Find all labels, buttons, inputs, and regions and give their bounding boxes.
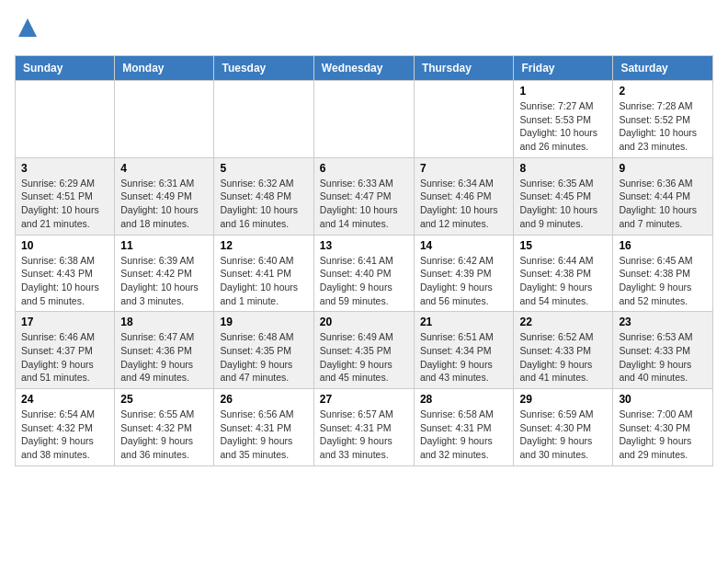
day-number: 22 [519, 316, 607, 328]
calendar-cell: 9Sunrise: 6:36 AM Sunset: 4:44 PM Daylig… [613, 157, 713, 235]
calendar-cell: 2Sunrise: 7:28 AM Sunset: 5:52 PM Daylig… [613, 81, 713, 158]
calendar-cell: 13Sunrise: 6:41 AM Sunset: 4:40 PM Dayli… [313, 235, 414, 312]
day-number: 25 [120, 393, 208, 406]
calendar-cell [414, 81, 514, 158]
column-header-monday: Monday [115, 56, 214, 81]
day-info: Sunrise: 7:00 AM Sunset: 4:30 PM Dayligh… [619, 408, 707, 462]
day-number: 5 [220, 162, 307, 175]
calendar-cell: 5Sunrise: 6:32 AM Sunset: 4:48 PM Daylig… [214, 157, 313, 235]
day-info: Sunrise: 6:53 AM Sunset: 4:33 PM Dayligh… [619, 330, 707, 385]
day-number: 8 [519, 162, 607, 175]
calendar-cell: 29Sunrise: 6:59 AM Sunset: 4:30 PM Dayli… [514, 389, 613, 466]
calendar-cell: 27Sunrise: 6:57 AM Sunset: 4:31 PM Dayli… [313, 389, 414, 466]
day-info: Sunrise: 6:34 AM Sunset: 4:46 PM Dayligh… [420, 177, 508, 231]
column-header-tuesday: Tuesday [214, 56, 313, 81]
calendar-cell: 20Sunrise: 6:49 AM Sunset: 4:35 PM Dayli… [313, 312, 414, 389]
day-number: 30 [619, 393, 707, 406]
calendar-cell: 22Sunrise: 6:52 AM Sunset: 4:33 PM Dayli… [514, 312, 613, 389]
column-header-saturday: Saturday [613, 56, 713, 81]
day-number: 15 [519, 239, 607, 252]
day-info: Sunrise: 6:29 AM Sunset: 4:51 PM Dayligh… [21, 177, 108, 231]
day-info: Sunrise: 6:32 AM Sunset: 4:48 PM Dayligh… [220, 177, 307, 231]
calendar-cell [214, 81, 313, 158]
calendar-cell: 12Sunrise: 6:40 AM Sunset: 4:41 PM Dayli… [214, 235, 313, 312]
calendar-cell: 25Sunrise: 6:55 AM Sunset: 4:32 PM Dayli… [115, 389, 214, 466]
calendar-cell [313, 81, 414, 158]
day-info: Sunrise: 6:39 AM Sunset: 4:42 PM Dayligh… [120, 254, 208, 308]
day-number: 7 [420, 162, 508, 175]
calendar-cell: 21Sunrise: 6:51 AM Sunset: 4:34 PM Dayli… [414, 312, 514, 389]
day-info: Sunrise: 6:59 AM Sunset: 4:30 PM Dayligh… [519, 408, 607, 462]
day-number: 21 [420, 316, 508, 328]
calendar-cell: 17Sunrise: 6:46 AM Sunset: 4:37 PM Dayli… [16, 312, 115, 389]
calendar-cell: 18Sunrise: 6:47 AM Sunset: 4:36 PM Dayli… [115, 312, 214, 389]
calendar-cell: 7Sunrise: 6:34 AM Sunset: 4:46 PM Daylig… [414, 157, 514, 235]
day-number: 17 [21, 316, 108, 328]
day-info: Sunrise: 7:27 AM Sunset: 5:53 PM Dayligh… [519, 99, 607, 154]
day-number: 10 [21, 239, 108, 252]
logo [15, 15, 37, 48]
day-info: Sunrise: 6:35 AM Sunset: 4:45 PM Dayligh… [519, 177, 607, 231]
day-number: 29 [519, 393, 607, 406]
column-header-sunday: Sunday [16, 56, 115, 81]
calendar-cell: 3Sunrise: 6:29 AM Sunset: 4:51 PM Daylig… [16, 157, 115, 235]
calendar-week-row: 17Sunrise: 6:46 AM Sunset: 4:37 PM Dayli… [16, 312, 713, 389]
day-info: Sunrise: 6:48 AM Sunset: 4:35 PM Dayligh… [220, 330, 307, 385]
day-number: 14 [420, 239, 508, 252]
calendar-week-row: 3Sunrise: 6:29 AM Sunset: 4:51 PM Daylig… [16, 157, 713, 235]
day-number: 26 [220, 393, 307, 406]
calendar-cell: 15Sunrise: 6:44 AM Sunset: 4:38 PM Dayli… [514, 235, 613, 312]
calendar-week-row: 24Sunrise: 6:54 AM Sunset: 4:32 PM Dayli… [16, 389, 713, 466]
column-header-thursday: Thursday [414, 56, 514, 81]
day-number: 13 [320, 239, 408, 252]
day-info: Sunrise: 7:28 AM Sunset: 5:52 PM Dayligh… [619, 99, 707, 154]
calendar-cell: 10Sunrise: 6:38 AM Sunset: 4:43 PM Dayli… [16, 235, 115, 312]
day-info: Sunrise: 6:40 AM Sunset: 4:41 PM Dayligh… [220, 254, 307, 308]
day-number: 2 [619, 85, 707, 98]
day-number: 3 [21, 162, 108, 175]
calendar-cell: 28Sunrise: 6:58 AM Sunset: 4:31 PM Dayli… [414, 389, 514, 466]
calendar-cell: 14Sunrise: 6:42 AM Sunset: 4:39 PM Dayli… [414, 235, 514, 312]
day-info: Sunrise: 6:47 AM Sunset: 4:36 PM Dayligh… [120, 330, 208, 385]
calendar-cell: 6Sunrise: 6:33 AM Sunset: 4:47 PM Daylig… [313, 157, 414, 235]
day-number: 4 [120, 162, 208, 175]
calendar-cell [16, 81, 115, 158]
calendar-cell: 16Sunrise: 6:45 AM Sunset: 4:38 PM Dayli… [613, 235, 713, 312]
day-info: Sunrise: 6:58 AM Sunset: 4:31 PM Dayligh… [420, 408, 508, 462]
calendar-table: SundayMondayTuesdayWednesdayThursdayFrid… [15, 55, 713, 466]
day-info: Sunrise: 6:42 AM Sunset: 4:39 PM Dayligh… [420, 254, 508, 308]
calendar-week-row: 1Sunrise: 7:27 AM Sunset: 5:53 PM Daylig… [16, 81, 713, 158]
column-header-friday: Friday [514, 56, 613, 81]
day-info: Sunrise: 6:57 AM Sunset: 4:31 PM Dayligh… [320, 408, 408, 462]
day-info: Sunrise: 6:44 AM Sunset: 4:38 PM Dayligh… [519, 254, 607, 308]
day-number: 16 [619, 239, 707, 252]
calendar-cell: 23Sunrise: 6:53 AM Sunset: 4:33 PM Dayli… [613, 312, 713, 389]
day-info: Sunrise: 6:54 AM Sunset: 4:32 PM Dayligh… [21, 408, 108, 462]
day-info: Sunrise: 6:51 AM Sunset: 4:34 PM Dayligh… [420, 330, 508, 385]
day-number: 18 [120, 316, 208, 328]
day-number: 19 [220, 316, 307, 328]
day-info: Sunrise: 6:33 AM Sunset: 4:47 PM Dayligh… [320, 177, 408, 231]
calendar-cell: 30Sunrise: 7:00 AM Sunset: 4:30 PM Dayli… [613, 389, 713, 466]
calendar-cell: 19Sunrise: 6:48 AM Sunset: 4:35 PM Dayli… [214, 312, 313, 389]
page-header [15, 15, 713, 48]
day-info: Sunrise: 6:49 AM Sunset: 4:35 PM Dayligh… [320, 330, 408, 385]
day-number: 9 [619, 162, 707, 175]
day-info: Sunrise: 6:55 AM Sunset: 4:32 PM Dayligh… [120, 408, 208, 462]
calendar-cell: 4Sunrise: 6:31 AM Sunset: 4:49 PM Daylig… [115, 157, 214, 235]
calendar-cell: 26Sunrise: 6:56 AM Sunset: 4:31 PM Dayli… [214, 389, 313, 466]
day-info: Sunrise: 6:36 AM Sunset: 4:44 PM Dayligh… [619, 177, 707, 231]
day-number: 23 [619, 316, 707, 328]
day-info: Sunrise: 6:45 AM Sunset: 4:38 PM Dayligh… [619, 254, 707, 308]
day-info: Sunrise: 6:46 AM Sunset: 4:37 PM Dayligh… [21, 330, 108, 385]
day-number: 11 [120, 239, 208, 252]
day-info: Sunrise: 6:41 AM Sunset: 4:40 PM Dayligh… [320, 254, 408, 308]
day-info: Sunrise: 6:38 AM Sunset: 4:43 PM Dayligh… [21, 254, 108, 308]
day-info: Sunrise: 6:56 AM Sunset: 4:31 PM Dayligh… [220, 408, 307, 462]
day-number: 27 [320, 393, 408, 406]
day-info: Sunrise: 6:31 AM Sunset: 4:49 PM Dayligh… [120, 177, 208, 231]
calendar-cell: 1Sunrise: 7:27 AM Sunset: 5:53 PM Daylig… [514, 81, 613, 158]
day-number: 6 [320, 162, 408, 175]
day-number: 12 [220, 239, 307, 252]
calendar-cell: 8Sunrise: 6:35 AM Sunset: 4:45 PM Daylig… [514, 157, 613, 235]
